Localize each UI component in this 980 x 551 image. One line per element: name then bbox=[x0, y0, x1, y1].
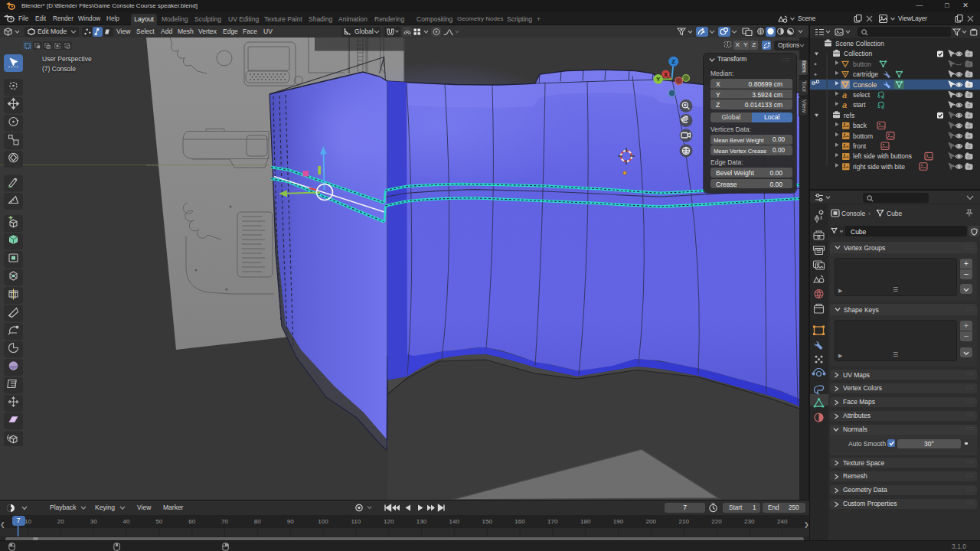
svg-text:120: 120 bbox=[384, 518, 394, 525]
svg-text:front: front bbox=[853, 142, 867, 150]
svg-text:130: 130 bbox=[416, 518, 427, 525]
svg-text:cartridge: cartridge bbox=[853, 70, 878, 78]
svg-text:170: 170 bbox=[547, 518, 558, 525]
svg-text:Y: Y bbox=[656, 76, 661, 83]
svg-text:Console: Console bbox=[853, 81, 877, 89]
svg-text:210: 210 bbox=[679, 518, 690, 525]
svg-text:bottom: bottom bbox=[853, 132, 873, 140]
svg-text:select: select bbox=[853, 91, 871, 99]
svg-text:back: back bbox=[853, 122, 867, 129]
svg-text:start: start bbox=[853, 101, 866, 109]
svg-text:10: 10 bbox=[24, 518, 31, 525]
svg-text:110: 110 bbox=[351, 518, 361, 525]
svg-text:20: 20 bbox=[57, 518, 64, 525]
svg-text:220: 220 bbox=[711, 518, 722, 525]
svg-text:X: X bbox=[664, 72, 668, 77]
svg-text:50: 50 bbox=[155, 518, 162, 525]
svg-text:right side with bite: right side with bite bbox=[853, 163, 905, 171]
svg-text:70: 70 bbox=[221, 518, 228, 525]
svg-text:150: 150 bbox=[482, 518, 493, 525]
svg-text:140: 140 bbox=[449, 518, 460, 525]
svg-text:80: 80 bbox=[254, 518, 261, 525]
svg-text:40: 40 bbox=[123, 518, 130, 525]
svg-text:Collection: Collection bbox=[844, 50, 873, 57]
svg-text:100: 100 bbox=[318, 518, 328, 525]
svg-text:a: a bbox=[842, 90, 847, 99]
svg-text:refs: refs bbox=[844, 112, 854, 119]
svg-text:200: 200 bbox=[646, 518, 657, 525]
svg-text:90: 90 bbox=[287, 518, 294, 525]
svg-text:240: 240 bbox=[777, 518, 788, 525]
svg-text:180: 180 bbox=[580, 518, 591, 525]
svg-text:190: 190 bbox=[613, 518, 624, 525]
svg-text:button: button bbox=[853, 60, 871, 68]
svg-text:230: 230 bbox=[744, 518, 755, 525]
svg-text:30: 30 bbox=[90, 518, 97, 525]
svg-text:60: 60 bbox=[188, 518, 195, 525]
svg-text:Z: Z bbox=[671, 58, 675, 65]
svg-text:left side with buttons: left side with buttons bbox=[853, 152, 912, 160]
svg-text:Scene Collection: Scene Collection bbox=[835, 40, 884, 47]
svg-text:160: 160 bbox=[514, 518, 525, 525]
svg-text:a: a bbox=[842, 100, 847, 109]
